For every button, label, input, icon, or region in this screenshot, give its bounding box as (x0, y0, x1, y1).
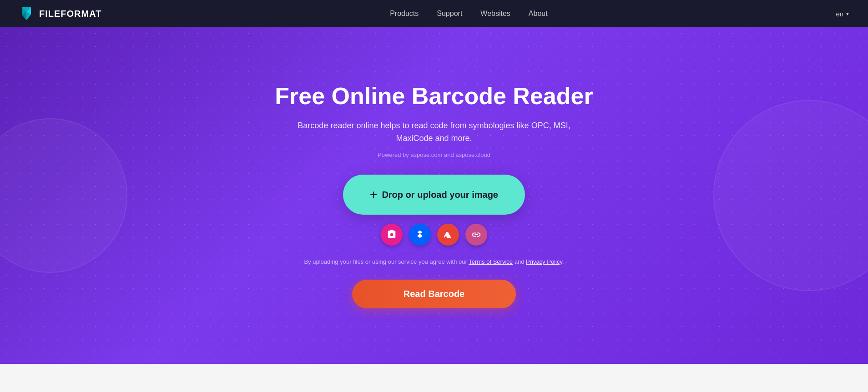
dropbox-upload-button[interactable] (409, 224, 431, 246)
logo-link[interactable]: FILEFORMAT (18, 5, 101, 22)
nav-item-websites[interactable]: Websites (480, 10, 510, 18)
nav-item-support[interactable]: Support (437, 10, 462, 18)
plus-icon: + (370, 187, 377, 202)
logo-icon (18, 5, 35, 22)
dropbox-icon (415, 230, 425, 240)
chevron-down-icon: ▼ (845, 11, 850, 16)
hero-subtitle: Barcode reader online helps to read code… (284, 119, 584, 146)
nav-item-about[interactable]: About (529, 10, 548, 18)
hero-content: Free Online Barcode Reader Barcode reade… (229, 83, 639, 308)
decorative-circle-right (713, 100, 868, 291)
upload-dropzone[interactable]: + Drop or upload your image (343, 175, 525, 215)
nav-link-websites[interactable]: Websites (480, 10, 510, 17)
link-icon (471, 230, 481, 240)
navbar: FILEFORMAT Products Support Websites Abo… (0, 0, 868, 27)
gdrive-upload-button[interactable] (437, 224, 459, 246)
hero-section: Free Online Barcode Reader Barcode reade… (0, 27, 868, 364)
tos-notice: By uploading your files or using our ser… (304, 258, 564, 265)
hero-powered: Powered by aspose.com and aspose.cloud (378, 151, 490, 158)
url-upload-button[interactable] (465, 224, 487, 246)
nav-link-products[interactable]: Products (390, 10, 419, 17)
gdrive-icon (443, 230, 453, 240)
hero-title: Free Online Barcode Reader (275, 83, 593, 110)
nav-link-about[interactable]: About (529, 10, 548, 17)
logo-text: FILEFORMAT (39, 9, 101, 19)
nav-item-products[interactable]: Products (390, 10, 419, 18)
language-selector[interactable]: en ▼ (836, 10, 850, 18)
camera-upload-button[interactable] (381, 224, 403, 246)
camera-icon (387, 230, 397, 240)
privacy-link[interactable]: Privacy Policy (526, 258, 562, 265)
nav-links: Products Support Websites About (390, 10, 548, 18)
decorative-circle-left (0, 118, 127, 273)
bottom-section (0, 364, 868, 392)
tos-link[interactable]: Terms of Service (469, 258, 513, 265)
nav-link-support[interactable]: Support (437, 10, 462, 17)
upload-label: Drop or upload your image (382, 190, 498, 200)
source-icons-row (381, 224, 487, 246)
language-label: en (836, 10, 843, 18)
read-barcode-button[interactable]: Read Barcode (352, 280, 516, 308)
